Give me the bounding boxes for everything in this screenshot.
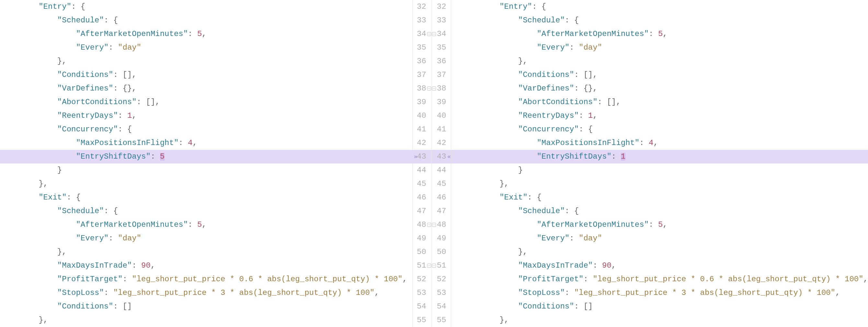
code-line-left[interactable]: "Schedule": { bbox=[0, 205, 412, 218]
code-line-right[interactable]: "Concurrency": { bbox=[451, 122, 868, 136]
line-number-right[interactable]: 42 bbox=[432, 136, 451, 150]
line-number-left[interactable]: 36 bbox=[413, 55, 432, 68]
code-line-left[interactable]: "Schedule": { bbox=[0, 13, 412, 27]
code-line-right[interactable]: }, bbox=[451, 245, 868, 259]
fold-icon[interactable] bbox=[431, 86, 437, 91]
line-number-left[interactable]: 34 bbox=[413, 27, 432, 41]
line-number-right[interactable]: 43« bbox=[432, 150, 451, 163]
code-line-right[interactable]: "VarDefines": {}, bbox=[451, 82, 868, 96]
line-number-left[interactable]: 43» bbox=[413, 150, 432, 163]
line-number-right[interactable]: 51 bbox=[432, 259, 451, 273]
line-number-left[interactable]: 50 bbox=[413, 245, 432, 259]
line-number-right[interactable]: 32 bbox=[432, 0, 451, 13]
line-number-left[interactable]: 47 bbox=[413, 205, 432, 218]
code-line-right[interactable]: "Every": "day" bbox=[451, 231, 868, 245]
code-line-right[interactable]: "AbortConditions": [], bbox=[451, 96, 868, 109]
line-number-right[interactable]: 47 bbox=[432, 205, 451, 218]
code-line-left[interactable]: "EntryShiftDays": 5 bbox=[0, 150, 412, 163]
line-number-left[interactable]: 44 bbox=[413, 163, 432, 177]
code-line-right[interactable]: "ProfitTarget": "leg_short_put_price * 0… bbox=[451, 273, 868, 286]
line-number-left[interactable]: 48 bbox=[413, 218, 432, 231]
line-number-left[interactable]: 42 bbox=[413, 136, 432, 150]
line-number-left[interactable]: 39 bbox=[413, 96, 432, 109]
code-line-right[interactable]: "Exit": { bbox=[451, 191, 868, 205]
line-number-left[interactable]: 54 bbox=[413, 300, 432, 314]
code-line-right[interactable]: "MaxDaysInTrade": 90, bbox=[451, 259, 868, 273]
line-number-left[interactable]: 41 bbox=[413, 122, 432, 136]
code-line-right[interactable]: "EntryShiftDays": 1 bbox=[451, 150, 868, 163]
line-number-right[interactable]: 52 bbox=[432, 273, 451, 286]
fold-icon[interactable] bbox=[431, 263, 437, 269]
code-line-right[interactable]: "StopLoss": "leg_short_put_price * 3 * a… bbox=[451, 286, 868, 300]
line-number-right[interactable]: 34 bbox=[432, 27, 451, 41]
line-number-left[interactable]: 52 bbox=[413, 273, 432, 286]
line-number-right[interactable]: 40 bbox=[432, 109, 451, 122]
code-line-right[interactable]: "Schedule": { bbox=[451, 205, 868, 218]
code-line-right[interactable]: }, bbox=[451, 55, 868, 68]
code-line-left[interactable]: "MaxPositionsInFlight": 4, bbox=[0, 136, 412, 150]
code-line-left[interactable]: "Concurrency": { bbox=[0, 122, 412, 136]
line-number-right[interactable]: 46 bbox=[432, 191, 451, 205]
code-line-left[interactable]: "Entry": { bbox=[0, 0, 412, 13]
code-line-right[interactable]: "Every": "day" bbox=[451, 41, 868, 55]
code-line-left[interactable]: "AfterMarketOpenMinutes": 5, bbox=[0, 218, 412, 231]
code-line-left[interactable]: "VarDefines": {}, bbox=[0, 82, 412, 96]
line-number-right[interactable]: 35 bbox=[432, 41, 451, 55]
code-line-right[interactable]: "Conditions": [], bbox=[451, 68, 868, 82]
code-line-left[interactable]: "ProfitTarget": "leg_short_put_price * 0… bbox=[0, 273, 412, 286]
line-number-right[interactable]: 36 bbox=[432, 55, 451, 68]
diff-gutter-column[interactable]: 3232333334343535363637373838393940404141… bbox=[412, 0, 451, 327]
code-line-right[interactable]: "AfterMarketOpenMinutes": 5, bbox=[451, 27, 868, 41]
code-line-left[interactable]: "Exit": { bbox=[0, 191, 412, 205]
diff-arrow-left-icon[interactable]: » bbox=[414, 154, 416, 160]
line-number-left[interactable]: 55 bbox=[413, 314, 432, 327]
code-line-left[interactable]: } bbox=[0, 163, 412, 177]
code-line-left[interactable]: }, bbox=[0, 245, 412, 259]
line-number-left[interactable]: 53 bbox=[413, 286, 432, 300]
line-number-right[interactable]: 44 bbox=[432, 163, 451, 177]
code-line-left[interactable]: }, bbox=[0, 314, 412, 327]
line-number-right[interactable]: 49 bbox=[432, 231, 451, 245]
line-number-right[interactable]: 53 bbox=[432, 286, 451, 300]
code-line-right[interactable]: "Entry": { bbox=[451, 0, 868, 13]
code-line-left[interactable]: "AfterMarketOpenMinutes": 5, bbox=[0, 27, 412, 41]
line-number-left[interactable]: 32 bbox=[413, 0, 432, 13]
line-number-left[interactable]: 45 bbox=[413, 177, 432, 191]
code-line-left[interactable]: }, bbox=[0, 55, 412, 68]
code-line-left[interactable]: "AbortConditions": [], bbox=[0, 96, 412, 109]
code-line-right[interactable]: "Schedule": { bbox=[451, 13, 868, 27]
code-line-left[interactable]: }, bbox=[0, 177, 412, 191]
code-line-right[interactable]: } bbox=[451, 163, 868, 177]
code-line-left[interactable]: "Every": "day" bbox=[0, 41, 412, 55]
code-line-right[interactable]: "MaxPositionsInFlight": 4, bbox=[451, 136, 868, 150]
code-line-left[interactable]: "Conditions": [] bbox=[0, 300, 412, 314]
line-number-right[interactable]: 45 bbox=[432, 177, 451, 191]
line-number-right[interactable]: 41 bbox=[432, 122, 451, 136]
line-number-left[interactable]: 33 bbox=[413, 13, 432, 27]
code-line-right[interactable]: "AfterMarketOpenMinutes": 5, bbox=[451, 218, 868, 231]
code-line-left[interactable]: "Conditions": [], bbox=[0, 68, 412, 82]
line-number-right[interactable]: 39 bbox=[432, 96, 451, 109]
code-line-right[interactable]: }, bbox=[451, 314, 868, 327]
code-line-right[interactable]: "ReentryDays": 1, bbox=[451, 109, 868, 122]
fold-icon[interactable] bbox=[431, 31, 437, 37]
fold-icon[interactable] bbox=[431, 222, 437, 228]
code-line-left[interactable]: "MaxDaysInTrade": 90, bbox=[0, 259, 412, 273]
line-number-right[interactable]: 33 bbox=[432, 13, 451, 27]
line-number-left[interactable]: 49 bbox=[413, 231, 432, 245]
code-line-left[interactable]: "ReentryDays": 1, bbox=[0, 109, 412, 122]
code-line-left[interactable]: "Every": "day" bbox=[0, 231, 412, 245]
code-line-right[interactable]: "Conditions": [] bbox=[451, 300, 868, 314]
line-number-right[interactable]: 37 bbox=[432, 68, 451, 82]
code-line-left[interactable]: "StopLoss": "leg_short_put_price * 3 * a… bbox=[0, 286, 412, 300]
line-number-left[interactable]: 35 bbox=[413, 41, 432, 55]
line-number-right[interactable]: 48 bbox=[432, 218, 451, 231]
line-number-left[interactable]: 40 bbox=[413, 109, 432, 122]
line-number-left[interactable]: 38 bbox=[413, 82, 432, 96]
line-number-right[interactable]: 54 bbox=[432, 300, 451, 314]
line-number-left[interactable]: 37 bbox=[413, 68, 432, 82]
line-number-left[interactable]: 51 bbox=[413, 259, 432, 273]
line-number-right[interactable]: 50 bbox=[432, 245, 451, 259]
diff-left-pane[interactable]: "Entry": { "Schedule": { "AfterMarketOpe… bbox=[0, 0, 412, 327]
line-number-right[interactable]: 55 bbox=[432, 314, 451, 327]
